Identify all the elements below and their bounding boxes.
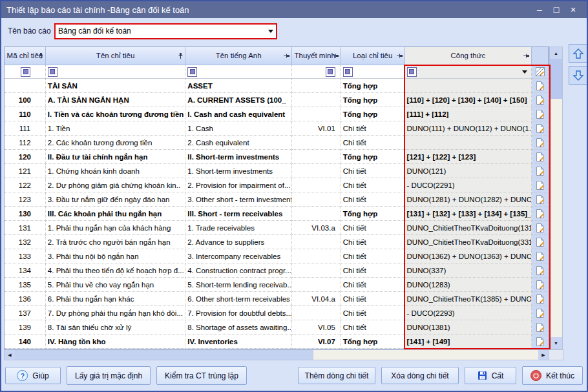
- column-header-formula[interactable]: Công thức: [405, 47, 532, 65]
- cell-code[interactable]: 137: [5, 306, 46, 320]
- edit-formula-button[interactable]: [532, 121, 549, 136]
- filter-icon[interactable]: [343, 67, 353, 77]
- cell-note[interactable]: VI.07: [292, 335, 341, 349]
- cell-name[interactable]: 1. Chứng khoán kinh doanh: [46, 164, 185, 178]
- cell-note[interactable]: VI.03.a: [292, 221, 341, 235]
- edit-formula-button[interactable]: [532, 178, 549, 192]
- cell-code[interactable]: 140: [5, 335, 46, 349]
- finish-button[interactable]: Kết thúc: [522, 366, 583, 385]
- filter-cell-formula[interactable]: [405, 65, 532, 79]
- filter-icon[interactable]: [48, 67, 58, 77]
- cell-code[interactable]: 133: [5, 249, 46, 263]
- pin-column-button[interactable]: [396, 52, 403, 60]
- cell-code[interactable]: 136: [5, 292, 46, 306]
- cell-name[interactable]: 3. Phải thu nội bộ ngắn hạn: [46, 249, 185, 263]
- chevron-down-icon[interactable]: [268, 30, 273, 33]
- cell-english[interactable]: 1. Cash: [185, 121, 292, 136]
- maximize-button[interactable]: □: [548, 1, 565, 18]
- cell-type[interactable]: Tổng hợp: [341, 335, 405, 349]
- cell-name[interactable]: 2. Dự phòng giảm giá chứng khoán kin..: [46, 178, 185, 192]
- cell-code[interactable]: 139: [5, 320, 46, 335]
- column-header-name[interactable]: Tên chỉ tiêu: [46, 47, 185, 65]
- cell-english[interactable]: 7. Provision for doubtful debts...: [185, 306, 292, 320]
- table-row[interactable]: 1355. Phải thu về cho vay ngắn hạn5. Sho…: [5, 278, 549, 292]
- table-row[interactable]: 110I. Tiền và các khoản tương đương tiền…: [5, 107, 549, 121]
- cell-type[interactable]: Chi tiết: [341, 249, 405, 263]
- filter-cell-note[interactable]: [292, 65, 341, 79]
- table-row[interactable]: 120II. Đầu tư tài chính ngắn hạnII. Shor…: [5, 150, 549, 164]
- column-header-code[interactable]: Mã chỉ tiêu: [5, 47, 46, 65]
- filter-icon[interactable]: [326, 67, 335, 77]
- cell-code[interactable]: 130: [5, 207, 46, 221]
- formula-editor-button[interactable]: [532, 65, 549, 79]
- edit-formula-button[interactable]: [532, 249, 549, 263]
- cell-english[interactable]: 5. Short-term lending receivab..: [185, 278, 292, 292]
- cell-type[interactable]: Chi tiết: [341, 121, 405, 136]
- cell-type[interactable]: Chi tiết: [341, 192, 405, 207]
- table-row[interactable]: 140IV. Hàng tồn khoIV. InventoriesVI.07T…: [5, 335, 549, 349]
- cell-formula[interactable]: DUNO(111) + DUNO(112) + DUNO(1...: [405, 121, 532, 136]
- cell-note[interactable]: VI.01: [292, 121, 341, 136]
- cell-note[interactable]: [292, 136, 341, 150]
- cell-type[interactable]: Chi tiết: [341, 221, 405, 235]
- cell-name[interactable]: 2. Các khoản tương đương tiền: [46, 136, 185, 150]
- pin-column-button[interactable]: [38, 52, 44, 61]
- cell-type[interactable]: Chi tiết: [341, 306, 405, 320]
- cell-note[interactable]: [292, 178, 341, 192]
- close-button[interactable]: ×: [565, 1, 582, 18]
- vertical-scrollbar[interactable]: ▲ ▼: [549, 46, 563, 349]
- table-row[interactable]: 1398. Tài sản thiếu chờ xử lý8. Shortage…: [5, 320, 549, 335]
- table-row[interactable]: 1322. Trả trước cho người bán ngắn hạn2.…: [5, 235, 549, 249]
- column-header-type[interactable]: Loại chỉ tiêu: [341, 47, 405, 65]
- cell-formula[interactable]: - DUCO(2293): [405, 306, 532, 320]
- cell-name[interactable]: 1. Tiền: [46, 121, 185, 136]
- cell-english[interactable]: 2. Provision for impairment of...: [185, 178, 292, 192]
- horizontal-scroll-track[interactable]: [313, 350, 538, 360]
- add-detail-row-button[interactable]: Thêm dòng chi tiết: [298, 367, 375, 384]
- cell-formula[interactable]: DUNO(1283): [405, 278, 532, 292]
- cell-code[interactable]: 121: [5, 164, 46, 178]
- cell-name[interactable]: 3. Đầu tư nắm giữ đến ngày đáo hạn: [46, 192, 185, 207]
- cell-note[interactable]: [292, 107, 341, 121]
- cell-name[interactable]: 8. Tài sản thiếu chờ xử lý: [46, 320, 185, 335]
- filter-cell-type[interactable]: [341, 65, 405, 79]
- cell-type[interactable]: Tổng hợp: [341, 79, 405, 93]
- edit-formula-button[interactable]: [532, 278, 549, 292]
- filter-cell-en[interactable]: [185, 65, 292, 79]
- cell-type[interactable]: Tổng hợp: [341, 150, 405, 164]
- cell-english[interactable]: A. CURRENT ASSETS (100_: [185, 93, 292, 107]
- scroll-down-button[interactable]: ▼: [550, 337, 562, 349]
- edit-formula-button[interactable]: [532, 107, 549, 121]
- cell-code[interactable]: 111: [5, 121, 46, 136]
- table-row[interactable]: 1311. Phải thu ngắn hạn của khách hàng1.…: [5, 221, 549, 235]
- cell-name[interactable]: A. TÀI SẢN NGẮN HẠN: [46, 93, 185, 107]
- table-row[interactable]: 100A. TÀI SẢN NGẮN HẠNA. CURRENT ASSETS …: [5, 93, 549, 107]
- table-row[interactable]: 1222. Dự phòng giảm giá chứng khoán kin.…: [5, 178, 549, 192]
- cell-note[interactable]: VI.05: [292, 320, 341, 335]
- filter-icon[interactable]: [407, 67, 417, 77]
- cell-english[interactable]: 3. Intercompany receivables: [185, 249, 292, 263]
- cell-code[interactable]: 132: [5, 235, 46, 249]
- table-row[interactable]: 1333. Phải thu nội bộ ngắn hạn3. Interco…: [5, 249, 549, 263]
- pin-column-button[interactable]: [178, 52, 184, 61]
- cell-formula[interactable]: - DUCO(2291): [405, 178, 532, 192]
- cell-code[interactable]: 112: [5, 136, 46, 150]
- cell-note[interactable]: [292, 192, 341, 207]
- cell-formula[interactable]: [111] + [112]: [405, 107, 532, 121]
- scroll-up-button[interactable]: ▲: [550, 47, 562, 59]
- edit-formula-button[interactable]: [532, 93, 549, 107]
- edit-formula-button[interactable]: [532, 150, 549, 164]
- cell-type[interactable]: Chi tiết: [341, 164, 405, 178]
- move-row-down-button[interactable]: [569, 66, 587, 85]
- horizontal-scrollbar[interactable]: ◀ ▶: [4, 349, 563, 360]
- help-button[interactable]: ? Giúp: [5, 367, 61, 384]
- cell-english[interactable]: 1. Short-term investments: [185, 164, 292, 178]
- cell-note[interactable]: [292, 249, 341, 263]
- cell-name[interactable]: TÀI SẢN: [46, 79, 185, 93]
- cell-name[interactable]: 5. Phải thu về cho vay ngắn hạn: [46, 278, 185, 292]
- cell-formula[interactable]: DUNO(1381): [405, 320, 532, 335]
- cell-type[interactable]: Chi tiết: [341, 235, 405, 249]
- cell-name[interactable]: IV. Hàng tồn kho: [46, 335, 185, 349]
- table-row[interactable]: 130III. Các khoản phải thu ngắn hạnIII. …: [5, 207, 549, 221]
- cell-english[interactable]: 2. Cash equivalent: [185, 136, 292, 150]
